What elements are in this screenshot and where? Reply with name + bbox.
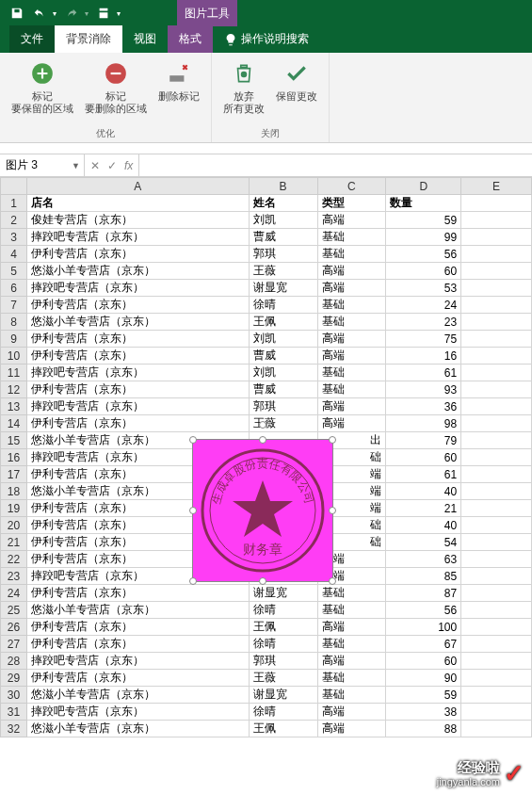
cell[interactable]: 伊利专营店（京东） [26,246,249,263]
cell[interactable]: 40 [386,483,461,500]
delete-mark-button[interactable]: 删除标记 [154,57,203,117]
cell[interactable]: 伊利专营店（京东） [26,415,249,432]
undo-icon[interactable] [30,4,49,23]
cell[interactable] [461,568,532,585]
cell[interactable]: 高端 [317,619,386,636]
cell[interactable]: 王佩 [249,721,317,737]
redo-dropdown-icon[interactable]: ▾ [85,9,89,18]
cell[interactable]: 56 [386,246,461,263]
row-header[interactable]: 4 [1,246,27,263]
cell[interactable] [461,636,532,653]
cell[interactable] [461,263,532,280]
row-header[interactable]: 2 [1,212,27,229]
row-header[interactable]: 32 [1,721,27,737]
cell[interactable]: 高端 [317,704,386,721]
cell[interactable]: 徐晴 [249,602,317,619]
cell[interactable] [461,449,532,466]
row-header[interactable]: 22 [1,551,27,568]
cell[interactable] [461,415,532,432]
name-box[interactable]: 图片 3 ▼ [0,154,85,176]
cell[interactable]: 徐晴 [249,636,317,653]
mark-keep-button[interactable]: 标记 要保留的区域 [8,57,77,117]
row-header[interactable]: 30 [1,687,27,704]
cell[interactable]: 60 [386,653,461,670]
cell[interactable]: 郭琪 [249,653,317,670]
cell[interactable]: 俊娃专营店（京东） [26,212,249,229]
resize-handle[interactable] [259,577,266,585]
cell[interactable]: 类型 [317,195,386,212]
cell[interactable]: 摔跤吧专营店（京东） [26,653,249,670]
cell[interactable]: 伊利专营店（京东） [26,670,249,687]
cell[interactable]: 谢显宽 [249,280,317,297]
cell[interactable]: 高端 [317,263,386,280]
discard-changes-button[interactable]: 放弃 所有更改 [219,57,268,117]
cell[interactable] [461,398,532,415]
cell[interactable]: 伊利专营店（京东） [26,381,249,398]
cell[interactable]: 曹威 [249,348,317,365]
cell[interactable]: 郭琪 [249,246,317,263]
cell[interactable]: 基础 [317,602,386,619]
cell[interactable]: 摔跤吧专营店（京东） [26,704,249,721]
cell[interactable]: 79 [386,432,461,449]
keep-changes-button[interactable]: 保留更改 [272,57,321,117]
row-header[interactable]: 31 [1,704,27,721]
cell[interactable]: 摔跤吧专营店（京东） [26,280,249,297]
cell[interactable] [461,195,532,212]
cell[interactable]: 61 [386,466,461,483]
cell[interactable] [461,483,532,500]
cell[interactable] [461,619,532,636]
resize-handle[interactable] [329,507,336,514]
resize-handle[interactable] [189,507,197,514]
cell[interactable]: 基础 [317,297,386,314]
cell[interactable] [461,229,532,246]
row-header[interactable]: 24 [1,585,27,602]
cell[interactable] [461,653,532,670]
row-header[interactable]: 27 [1,636,27,653]
cell[interactable]: 21 [386,500,461,517]
cell[interactable]: 摔跤吧专营店（京东） [26,229,249,246]
cell[interactable]: 高端 [317,348,386,365]
resize-handle[interactable] [189,436,197,444]
row-header[interactable]: 18 [1,483,27,500]
row-header[interactable]: 20 [1,517,27,534]
cell[interactable]: 基础 [317,636,386,653]
cell[interactable]: 王薇 [249,670,317,687]
cell[interactable]: 店名 [26,195,249,212]
row-header[interactable]: 17 [1,466,27,483]
row-header[interactable]: 26 [1,619,27,636]
cell[interactable]: 87 [386,585,461,602]
cell[interactable]: 100 [386,619,461,636]
cell[interactable] [461,280,532,297]
cell[interactable]: 刘凯 [249,331,317,348]
cell[interactable]: 99 [386,229,461,246]
row-header[interactable]: 3 [1,229,27,246]
save-icon[interactable] [8,4,26,23]
cell[interactable]: 悠滋小羊专营店（京东） [26,602,249,619]
row-header[interactable]: 15 [1,432,27,449]
mark-delete-button[interactable]: 标记 要删除的区域 [81,57,151,117]
cell[interactable] [461,297,532,314]
cell[interactable]: 数量 [386,195,461,212]
cell[interactable]: 伊利专营店（京东） [26,636,249,653]
cell[interactable]: 24 [386,297,461,314]
cell[interactable]: 基础 [317,381,386,398]
cell[interactable]: 基础 [317,246,386,263]
row-header[interactable]: 14 [1,415,27,432]
cell[interactable]: 基础 [317,314,386,331]
tab-format[interactable]: 格式 [168,25,213,53]
row-header[interactable]: 9 [1,331,27,348]
row-header[interactable]: 29 [1,670,27,687]
select-all-corner[interactable] [1,178,27,195]
cell[interactable] [461,704,532,721]
row-header[interactable]: 5 [1,263,27,280]
cell[interactable] [461,551,532,568]
cell[interactable]: 悠滋小羊专营店（京东） [26,687,249,704]
cell[interactable]: 摔跤吧专营店（京东） [26,398,249,415]
cell[interactable] [461,585,532,602]
cell[interactable]: 63 [386,551,461,568]
cell[interactable]: 38 [386,704,461,721]
cell[interactable]: 伊利专营店（京东） [26,585,249,602]
cell[interactable] [461,466,532,483]
worksheet-grid[interactable]: A B C D E 1 店名 姓名 类型 数量 2俊娃专营店（京东）刘凯高端59… [0,177,532,737]
cell[interactable] [461,687,532,704]
